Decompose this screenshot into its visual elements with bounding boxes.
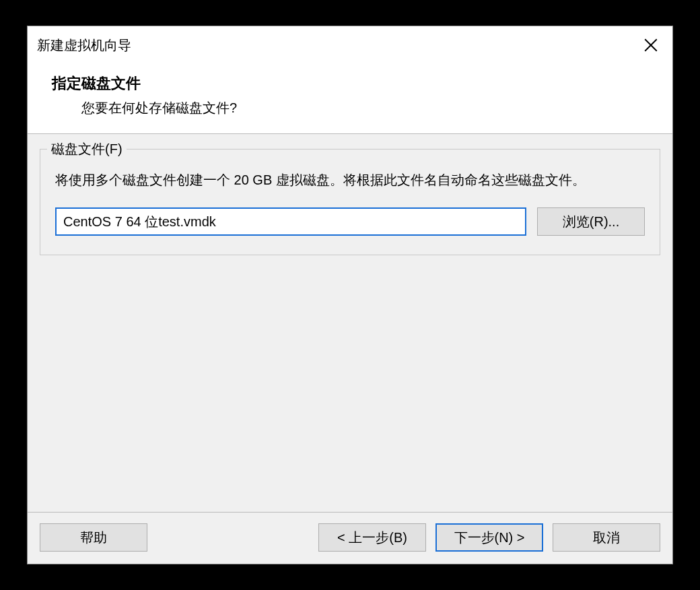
browse-button[interactable]: 浏览(R)... <box>537 207 645 236</box>
wizard-dialog: 新建虚拟机向导 指定磁盘文件 您要在何处存储磁盘文件? 磁盘文件(F) 将使用多… <box>27 26 673 564</box>
wizard-header: 指定磁盘文件 您要在何处存储磁盘文件? <box>28 63 672 134</box>
file-input-row: 浏览(R)... <box>55 207 645 236</box>
wizard-footer: 帮助 < 上一步(B) 下一步(N) > 取消 <box>28 512 672 564</box>
fieldset-description: 将使用多个磁盘文件创建一个 20 GB 虚拟磁盘。将根据此文件名自动命名这些磁盘… <box>55 168 645 191</box>
disk-file-input[interactable] <box>55 207 526 236</box>
spacer <box>40 255 660 505</box>
disk-file-fieldset: 磁盘文件(F) 将使用多个磁盘文件创建一个 20 GB 虚拟磁盘。将根据此文件名… <box>40 149 660 255</box>
content-area: 磁盘文件(F) 将使用多个磁盘文件创建一个 20 GB 虚拟磁盘。将根据此文件名… <box>28 134 672 512</box>
close-button[interactable] <box>639 33 663 57</box>
titlebar: 新建虚拟机向导 <box>28 26 672 63</box>
next-button[interactable]: 下一步(N) > <box>435 523 543 552</box>
close-icon <box>644 38 658 52</box>
dialog-title: 新建虚拟机向导 <box>37 36 131 55</box>
page-subtitle: 您要在何处存储磁盘文件? <box>81 99 654 117</box>
back-button[interactable]: < 上一步(B) <box>318 523 426 552</box>
fieldset-legend: 磁盘文件(F) <box>47 140 127 158</box>
cancel-button[interactable]: 取消 <box>553 523 660 552</box>
page-title: 指定磁盘文件 <box>52 73 654 94</box>
help-button[interactable]: 帮助 <box>40 523 147 552</box>
